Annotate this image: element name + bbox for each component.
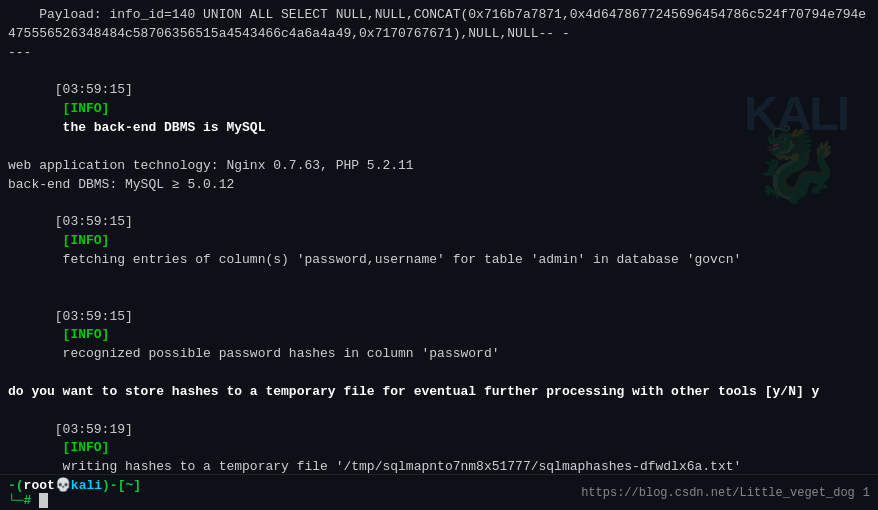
- info-mysql-line: [03:59:15] [INFO] the back-end DBMS is M…: [8, 63, 870, 157]
- info-label-1: [INFO]: [55, 101, 110, 116]
- info-label-2: [INFO]: [55, 233, 110, 248]
- prompt-root2: root: [24, 478, 55, 493]
- info-text-3: recognized possible password hashes in c…: [55, 346, 500, 361]
- timestamp-2: [03:59:15]: [55, 214, 133, 229]
- info-text-1: the back-end DBMS is MySQL: [55, 120, 266, 135]
- store-hashes-line: do you want to store hashes to a tempora…: [8, 383, 870, 402]
- bottom-url: https://blog.csdn.net/Little_veget_dog: [581, 486, 855, 500]
- timestamp-4: [03:59:19]: [55, 422, 133, 437]
- closebracket: ]: [133, 478, 141, 493]
- prompt-area[interactable]: -(root💀kali)-[~] └─#: [8, 477, 581, 508]
- terminal-content: Payload: info_id=140 UNION ALL SELECT NU…: [8, 6, 870, 480]
- info-recognized-line: [03:59:15] [INFO] recognized possible pa…: [8, 289, 870, 383]
- terminal-window: KALI 🐉 Payload: info_id=140 UNION ALL SE…: [0, 0, 878, 510]
- info-text-2: fetching entries of column(s) 'password,…: [55, 252, 742, 267]
- info-label-4: [INFO]: [55, 440, 110, 455]
- bottom-num: 1: [863, 486, 870, 500]
- info-label-3: [INFO]: [55, 327, 110, 342]
- prompt-arrow: └─: [8, 493, 24, 508]
- timestamp-1: [03:59:15]: [55, 82, 133, 97]
- prompt-open: -(: [8, 478, 24, 493]
- info-fetching-line: [03:59:15] [INFO] fetching entries of co…: [8, 194, 870, 288]
- info-writing-line: [03:59:19] [INFO] writing hashes to a te…: [8, 402, 870, 480]
- kali2: kali: [71, 478, 102, 493]
- bottom-bar: -(root💀kali)-[~] └─# https://blog.csdn.n…: [0, 474, 878, 510]
- skull2: 💀: [55, 478, 71, 493]
- prompt-hash2: #: [24, 493, 32, 508]
- close2: )-[: [102, 478, 125, 493]
- timestamp-3: [03:59:15]: [55, 309, 133, 324]
- cursor2: [39, 493, 48, 508]
- separator-line: ---: [8, 44, 870, 63]
- backend-dbms-line: back-end DBMS: MySQL ≥ 5.0.12: [8, 176, 870, 195]
- payload-line: Payload: info_id=140 UNION ALL SELECT NU…: [8, 6, 870, 44]
- web-tech-line: web application technology: Nginx 0.7.63…: [8, 157, 870, 176]
- info-text-4: writing hashes to a temporary file '/tmp…: [55, 459, 742, 474]
